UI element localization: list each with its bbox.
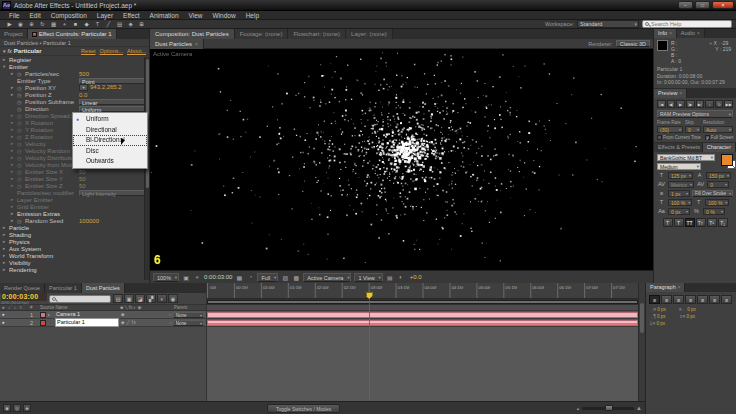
zoom-in-icon[interactable]: ▲ bbox=[636, 405, 642, 411]
loop-button[interactable]: ↻ bbox=[715, 100, 724, 108]
snapshot-icon[interactable]: ▦ bbox=[235, 274, 243, 281]
mini-flowchart-button[interactable]: ▤ bbox=[113, 294, 123, 303]
effect-property-row[interactable]: ▸ ◷ Position XY 943.2,265.2 bbox=[0, 84, 149, 91]
options-link[interactable]: Options... bbox=[99, 48, 123, 54]
expand-arrow-icon[interactable]: ▾ bbox=[3, 48, 6, 54]
effect-property-row[interactable]: ▸ Emission Extras bbox=[0, 210, 149, 217]
puppet-pin-tool-icon[interactable]: ⊞ bbox=[136, 20, 147, 28]
kerning-field[interactable]: Metrics bbox=[668, 181, 694, 188]
close-icon[interactable]: × bbox=[678, 283, 681, 292]
superscript-button[interactable]: T¹ bbox=[707, 218, 717, 227]
expand-transfer-controls-button[interactable]: ◈ bbox=[23, 404, 31, 412]
about-link[interactable]: About... bbox=[127, 48, 146, 54]
menu-item[interactable]: Effect bbox=[118, 12, 145, 19]
draft-3d-button[interactable]: ▣ bbox=[124, 294, 134, 303]
property-dropdown[interactable]: Point bbox=[79, 78, 149, 84]
brush-tool-icon[interactable]: ╱ bbox=[103, 20, 114, 28]
composition-tab[interactable]: Flowchart: (none) bbox=[288, 29, 346, 39]
hand-tool-icon[interactable]: ◉ bbox=[15, 20, 26, 28]
ram-preview-button[interactable]: ▶▶ bbox=[724, 100, 733, 108]
parent-select[interactable]: None bbox=[173, 320, 204, 326]
from-current-time-checkbox[interactable]: From Current Time bbox=[657, 135, 701, 140]
small-caps-button[interactable]: Tт bbox=[696, 218, 706, 227]
layer-switches[interactable]: ◆ bbox=[121, 312, 167, 317]
camera-view-select[interactable]: Active Camera bbox=[303, 273, 351, 282]
font-family-select[interactable]: BankGothic Md BT bbox=[657, 154, 715, 161]
clone-stamp-tool-icon[interactable]: ▤ bbox=[114, 20, 125, 28]
stopwatch-icon[interactable]: ◷ bbox=[17, 85, 25, 91]
resolution-select[interactable]: Full bbox=[257, 273, 278, 282]
faux-bold-button[interactable]: T bbox=[663, 218, 673, 227]
composition-tab[interactable]: Composition: Dust Particles bbox=[150, 29, 235, 39]
all-caps-button[interactable]: TT bbox=[685, 218, 695, 227]
pickwhip-icon[interactable]: ○ bbox=[169, 312, 172, 317]
justify-last-center-button[interactable]: ≡ bbox=[697, 295, 708, 304]
close-icon[interactable]: × bbox=[680, 89, 683, 98]
show-channel-icon[interactable]: ◔ bbox=[246, 274, 254, 280]
audio-toggle-button[interactable]: ♪ bbox=[705, 100, 714, 108]
stopwatch-icon[interactable]: ◷ bbox=[17, 176, 25, 182]
stopwatch-icon[interactable]: ◷ bbox=[17, 99, 25, 105]
effect-property-row[interactable]: ▸ Shading bbox=[0, 231, 149, 238]
timeline-search-box[interactable] bbox=[49, 295, 111, 303]
parent-select[interactable]: None bbox=[173, 312, 204, 318]
first-frame-button[interactable]: |◀ bbox=[657, 100, 666, 108]
shy-layers-button[interactable]: ◪ bbox=[135, 294, 145, 303]
flowchart-icon[interactable]: ▤ bbox=[386, 274, 394, 281]
menu-item[interactable]: Window bbox=[208, 12, 241, 19]
property-dropdown[interactable]: Linear bbox=[79, 99, 149, 105]
layer-duration-bar[interactable] bbox=[207, 312, 638, 318]
exposure-icon[interactable]: ◐ bbox=[397, 274, 405, 280]
faux-italic-button[interactable]: T bbox=[674, 218, 684, 227]
video-switch-icon[interactable]: ● bbox=[2, 320, 9, 325]
effect-property-row[interactable]: Emitter Type Point bbox=[0, 77, 149, 84]
minimize-button[interactable]: – bbox=[678, 1, 693, 9]
tsume-field[interactable]: 0 % bbox=[703, 208, 725, 215]
justify-last-right-button[interactable]: ≡ bbox=[709, 295, 720, 304]
view-layout-select[interactable]: 1 View bbox=[354, 273, 382, 282]
magnification-select[interactable]: 100% bbox=[153, 273, 179, 282]
align-right-button[interactable]: ≡ bbox=[673, 295, 684, 304]
menu-item[interactable]: Edit bbox=[24, 12, 45, 19]
panel-tab[interactable]: Info× bbox=[654, 29, 677, 38]
tab-paragraph[interactable]: Paragraph× bbox=[646, 283, 685, 292]
zoom-out-icon[interactable]: ▲ bbox=[576, 406, 580, 411]
effect-property-row[interactable]: ▸ World Transform bbox=[0, 252, 149, 259]
leading-field[interactable]: 150 px bbox=[706, 172, 731, 179]
effect-property-row[interactable]: Particles/sec modifier Light Intensity bbox=[0, 189, 149, 196]
justify-last-left-button[interactable]: ≡ bbox=[685, 295, 696, 304]
source-name-column[interactable]: Source Name bbox=[40, 305, 118, 310]
exposure-value[interactable]: +0.0 bbox=[410, 274, 422, 280]
expand-arrow-icon[interactable]: ▸ bbox=[48, 312, 53, 317]
justify-all-button[interactable]: ≡ bbox=[721, 295, 732, 304]
timeline-tab[interactable]: Dust Particles bbox=[82, 283, 125, 293]
stopwatch-icon[interactable]: ◷ bbox=[17, 162, 25, 168]
stopwatch-icon[interactable]: ◷ bbox=[17, 71, 25, 77]
panel-tab[interactable]: Audio× bbox=[677, 29, 705, 38]
reset-link[interactable]: Reset bbox=[81, 48, 95, 54]
effect-property-row[interactable]: ▸ Physics bbox=[0, 238, 149, 245]
stroke-width-field[interactable]: 1 px bbox=[668, 190, 690, 197]
stopwatch-icon[interactable]: ◷ bbox=[17, 106, 25, 112]
space-after-field[interactable]: ↧≡ 0 px bbox=[649, 321, 675, 326]
current-time-display[interactable]: 0:00:03:00 0090 (30.00 fps) bbox=[1, 293, 47, 305]
dropdown-menu-item[interactable]: ● Outwards bbox=[73, 156, 147, 167]
effect-property-row[interactable]: ▸ ◷ Particles/sec 500 bbox=[0, 70, 149, 77]
search-help-input[interactable] bbox=[651, 21, 729, 27]
timeline-tab[interactable]: Render Queue bbox=[0, 283, 45, 293]
layer-switches[interactable]: ◆ ╱ fx bbox=[121, 320, 167, 325]
renderer-button[interactable]: Classic 3D bbox=[616, 40, 650, 47]
stopwatch-icon[interactable]: ◷ bbox=[17, 155, 25, 161]
ram-preview-options-select[interactable]: RAM Preview Options bbox=[657, 110, 733, 118]
stopwatch-icon[interactable]: ◷ bbox=[17, 113, 25, 119]
effect-property-row[interactable]: ▸ ◷ Emitter Size Z 50 bbox=[0, 182, 149, 189]
dropdown-menu-item[interactable]: ● Bi-Directional bbox=[73, 135, 147, 146]
selection-tool-icon[interactable]: ▶ bbox=[4, 20, 15, 28]
playhead-line[interactable] bbox=[369, 297, 370, 401]
frame-blending-button[interactable]: ▞ bbox=[146, 294, 156, 303]
effect-property-row[interactable]: ▸ Rendering bbox=[0, 266, 149, 273]
timeline-layer-row[interactable]: ● 2 Particular 1 ◆ ╱ fx ○ None bbox=[0, 319, 206, 327]
subscript-button[interactable]: T₁ bbox=[718, 218, 728, 227]
tab-effects-presets[interactable]: Effects & Presets bbox=[654, 143, 703, 152]
time-ruler[interactable]: :00f00:15f01:00f01:15f02:00f02:15f03:00f… bbox=[207, 283, 638, 299]
